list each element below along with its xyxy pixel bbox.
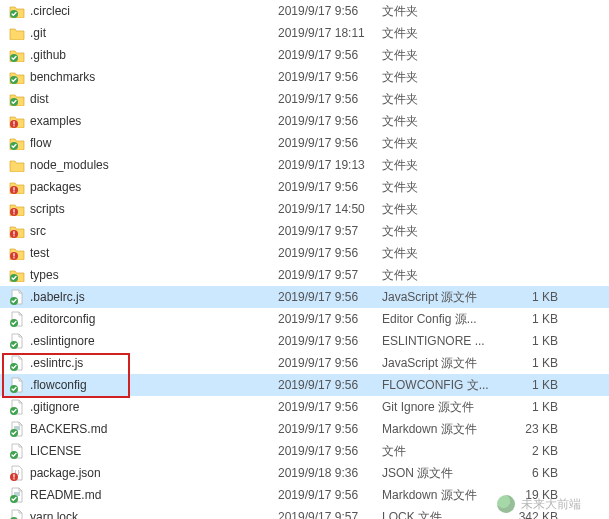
file-date: 2019/9/17 14:50 <box>278 202 382 216</box>
folder-green-check-icon <box>8 69 26 85</box>
file-date: 2019/9/18 9:36 <box>278 466 382 480</box>
file-type: LOCK 文件 <box>382 509 508 520</box>
svg-rect-16 <box>13 235 14 236</box>
file-date: 2019/9/17 9:56 <box>278 400 382 414</box>
file-row[interactable]: .circleci2019/9/17 9:56文件夹 <box>0 0 609 22</box>
file-name: types <box>30 268 278 282</box>
file-date: 2019/9/17 19:13 <box>278 158 382 172</box>
file-note-icon <box>8 421 26 437</box>
file-row[interactable]: .flowconfig2019/9/17 9:56FLOWCONFIG 文...… <box>0 374 609 396</box>
svg-rect-19 <box>13 257 14 258</box>
file-name: BACKERS.md <box>30 422 278 436</box>
file-type: JavaScript 源文件 <box>382 289 508 306</box>
file-row[interactable]: flow2019/9/17 9:56文件夹 <box>0 132 609 154</box>
file-size: 2 KB <box>508 444 558 458</box>
file-js-green-icon <box>8 355 26 371</box>
file-type: JSON 源文件 <box>382 465 508 482</box>
file-date: 2019/9/17 9:56 <box>278 444 382 458</box>
file-row[interactable]: node_modules2019/9/17 19:13文件夹 <box>0 154 609 176</box>
file-date: 2019/9/17 9:56 <box>278 312 382 326</box>
folder-green-check-icon <box>8 135 26 151</box>
file-generic-green-icon <box>8 509 26 519</box>
file-type: 文件夹 <box>382 3 508 20</box>
svg-rect-10 <box>13 191 14 192</box>
file-date: 2019/9/17 18:11 <box>278 26 382 40</box>
file-date: 2019/9/17 9:56 <box>278 356 382 370</box>
file-date: 2019/9/17 9:56 <box>278 48 382 62</box>
file-row[interactable]: .github2019/9/17 9:56文件夹 <box>0 44 609 66</box>
file-date: 2019/9/17 9:56 <box>278 246 382 260</box>
file-type: 文件夹 <box>382 267 508 284</box>
file-date: 2019/9/17 9:56 <box>278 488 382 502</box>
file-generic-green-icon <box>8 399 26 415</box>
file-note-icon <box>8 487 26 503</box>
file-name: .github <box>30 48 278 62</box>
file-row[interactable]: .editorconfig2019/9/17 9:56Editor Config… <box>0 308 609 330</box>
file-row[interactable]: .git2019/9/17 18:11文件夹 <box>0 22 609 44</box>
file-type: 文件夹 <box>382 47 508 64</box>
file-row[interactable]: benchmarks2019/9/17 9:56文件夹 <box>0 66 609 88</box>
file-name: .flowconfig <box>30 378 278 392</box>
file-size: 1 KB <box>508 378 558 392</box>
folder-red-excl-icon <box>8 223 26 239</box>
file-generic-green-icon <box>8 443 26 459</box>
folder-yellow-icon <box>8 157 26 173</box>
file-row[interactable]: .eslintignore2019/9/17 9:56ESLINTIGNORE … <box>0 330 609 352</box>
file-name: src <box>30 224 278 238</box>
file-row[interactable]: src2019/9/17 9:57文件夹 <box>0 220 609 242</box>
file-row[interactable]: types2019/9/17 9:57文件夹 <box>0 264 609 286</box>
file-type: 文件夹 <box>382 135 508 152</box>
file-generic-green-icon <box>8 377 26 393</box>
file-date: 2019/9/17 9:56 <box>278 136 382 150</box>
file-json-red-icon: { } <box>8 465 26 481</box>
file-size: 23 KB <box>508 422 558 436</box>
file-row[interactable]: .gitignore2019/9/17 9:56Git Ignore 源文件1 … <box>0 396 609 418</box>
svg-rect-18 <box>13 253 14 256</box>
folder-green-check-icon <box>8 47 26 63</box>
folder-green-check-icon <box>8 3 26 19</box>
file-name: test <box>30 246 278 260</box>
file-row[interactable]: README.md2019/9/17 9:56Markdown 源文件19 KB <box>0 484 609 506</box>
file-row[interactable]: BACKERS.md2019/9/17 9:56Markdown 源文件23 K… <box>0 418 609 440</box>
svg-rect-5 <box>13 121 14 124</box>
file-row[interactable]: LICENSE2019/9/17 9:56文件2 KB <box>0 440 609 462</box>
file-row[interactable]: { }package.json2019/9/18 9:36JSON 源文件6 K… <box>0 462 609 484</box>
file-name: .eslintignore <box>30 334 278 348</box>
file-date: 2019/9/17 9:57 <box>278 510 382 519</box>
file-generic-green-icon <box>8 333 26 349</box>
file-size: 1 KB <box>508 312 558 326</box>
svg-rect-13 <box>13 213 14 214</box>
file-row[interactable]: yarn.lock2019/9/17 9:57LOCK 文件342 KB <box>0 506 609 519</box>
file-size: 1 KB <box>508 290 558 304</box>
file-type: ESLINTIGNORE ... <box>382 334 508 348</box>
file-type: Git Ignore 源文件 <box>382 399 508 416</box>
file-date: 2019/9/17 9:57 <box>278 268 382 282</box>
file-row[interactable]: test2019/9/17 9:56文件夹 <box>0 242 609 264</box>
file-name: README.md <box>30 488 278 502</box>
file-name: .eslintrc.js <box>30 356 278 370</box>
file-type: Markdown 源文件 <box>382 487 508 504</box>
file-row[interactable]: .babelrc.js2019/9/17 9:56JavaScript 源文件1… <box>0 286 609 308</box>
file-date: 2019/9/17 9:56 <box>278 70 382 84</box>
file-row[interactable]: scripts2019/9/17 14:50文件夹 <box>0 198 609 220</box>
file-type: Markdown 源文件 <box>382 421 508 438</box>
svg-rect-15 <box>13 231 14 234</box>
file-type: 文件夹 <box>382 223 508 240</box>
file-size: 6 KB <box>508 466 558 480</box>
file-name: node_modules <box>30 158 278 172</box>
file-type: 文件 <box>382 443 508 460</box>
file-row[interactable]: packages2019/9/17 9:56文件夹 <box>0 176 609 198</box>
file-row[interactable]: .eslintrc.js2019/9/17 9:56JavaScript 源文件… <box>0 352 609 374</box>
svg-rect-12 <box>13 209 14 212</box>
file-type: FLOWCONFIG 文... <box>382 377 508 394</box>
folder-red-excl-icon <box>8 245 26 261</box>
folder-green-check-icon <box>8 267 26 283</box>
file-row[interactable]: dist2019/9/17 9:56文件夹 <box>0 88 609 110</box>
folder-green-check-icon <box>8 91 26 107</box>
file-size: 1 KB <box>508 356 558 370</box>
file-row[interactable]: examples2019/9/17 9:56文件夹 <box>0 110 609 132</box>
file-name: .editorconfig <box>30 312 278 326</box>
file-js-green-icon <box>8 289 26 305</box>
folder-red-excl-icon <box>8 179 26 195</box>
file-date: 2019/9/17 9:56 <box>278 114 382 128</box>
